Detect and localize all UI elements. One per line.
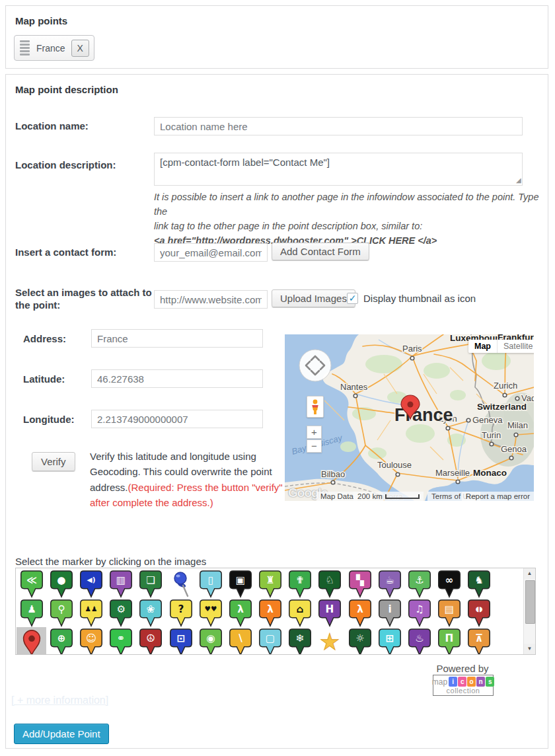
marker-teapot[interactable]: ♨: [404, 627, 434, 655]
map-type-map-button[interactable]: Map: [468, 340, 497, 353]
svg-text:◀): ◀): [87, 576, 96, 584]
marker-skater[interactable]: λ: [345, 598, 375, 627]
add-update-point-button[interactable]: Add/Update Point: [14, 724, 109, 744]
marker-pin[interactable]: ◉: [196, 627, 225, 655]
logo-letter-o: o: [467, 677, 476, 687]
marker-globe[interactable]: ⊕: [46, 627, 76, 655]
marker-home[interactable]: ⌂: [285, 598, 315, 627]
marker-grid-scrollbar[interactable]: ▲ ▼: [523, 568, 535, 654]
logo-letter-c: c: [458, 677, 466, 687]
verify-button[interactable]: Verify: [32, 452, 75, 471]
marker-beer[interactable]: ▥: [106, 569, 136, 598]
drag-handle-icon[interactable]: [19, 39, 30, 57]
marker-peace[interactable]: ☮: [136, 627, 166, 655]
marker-picture[interactable]: ❏: [136, 569, 166, 598]
contact-email-input[interactable]: [154, 243, 268, 262]
marker-snowflake[interactable]: ❄: [285, 627, 315, 655]
marker-tractor[interactable]: ⚙: [106, 598, 136, 627]
marker-dog-walker[interactable]: ⚲: [46, 598, 76, 627]
upload-images-button[interactable]: Upload Images: [272, 289, 355, 307]
marker-hearts[interactable]: ♥♥: [196, 598, 225, 627]
location-name-input[interactable]: [154, 117, 523, 135]
logo-letter-s: s: [486, 677, 494, 687]
marker-cinema[interactable]: ▚: [345, 569, 375, 598]
marker-apple[interactable]: ●: [46, 569, 76, 598]
marker-sun[interactable]: ☼: [345, 627, 375, 655]
streetview-pegman-icon[interactable]: [307, 396, 324, 418]
marker-lips[interactable]: ◖◗: [464, 598, 494, 627]
map-icons-collection-logo[interactable]: map icons collection: [433, 675, 494, 696]
marker-star[interactable]: ★: [315, 627, 345, 655]
marker-library[interactable]: ▤: [435, 598, 464, 627]
google-map[interactable]: LuxembourgFrankfurtParisNantesZurichVadS…: [285, 334, 534, 501]
marker-speaker[interactable]: ◀): [76, 569, 106, 598]
address-label: Address:: [23, 333, 66, 346]
marker-university[interactable]: ⊼: [464, 627, 494, 655]
svg-text:◖◗: ◖◗: [476, 605, 483, 613]
marker-cruise[interactable]: ⚓: [404, 569, 434, 598]
marker-tram[interactable]: ▣: [225, 569, 255, 598]
svg-text:◉: ◉: [206, 632, 215, 644]
logo-letter-n: n: [476, 677, 485, 687]
marker-shopping-bag[interactable]: ▢: [256, 627, 285, 655]
marker-castle[interactable]: ♜: [256, 569, 285, 598]
svg-text:☼: ☼: [355, 632, 365, 644]
marker-info[interactable]: i: [375, 598, 404, 627]
marker-deer[interactable]: ♞: [464, 569, 494, 598]
marker-olympics[interactable]: ⚭: [106, 627, 136, 655]
marker-coffee[interactable]: ☕: [375, 569, 404, 598]
remove-point-button[interactable]: X: [71, 40, 89, 57]
svg-text:Turin: Turin: [482, 430, 501, 440]
attach-images-label: Select an images to attach to the point:: [15, 287, 153, 312]
marker-hospital[interactable]: H: [315, 598, 345, 627]
marker-slide[interactable]: ∖: [225, 627, 255, 655]
svg-text:⊞: ⊞: [385, 632, 394, 644]
svg-text:♘: ♘: [326, 574, 335, 586]
display-thumbnail-checkbox[interactable]: ✓: [347, 293, 358, 304]
svg-text:Genoa: Genoa: [501, 444, 527, 454]
marker-bird[interactable]: ≪: [17, 569, 46, 598]
marker-bicycle[interactable]: ∞: [435, 569, 464, 598]
marker-rooster[interactable]: ♘: [315, 569, 345, 598]
svg-text:λ: λ: [237, 603, 244, 615]
svg-text:●: ●: [57, 574, 65, 586]
marker-cart[interactable]: ⊞: [375, 627, 404, 655]
image-url-input[interactable]: [154, 290, 268, 309]
marker-grid: ≪ ● ◀) ▥ ❏ ▯ ▣ ♜ ✟ ♘ ▚ ☕ ⚓ ∞ ♞ ♟ ⚲: [15, 568, 536, 655]
marker-question[interactable]: ?: [166, 598, 196, 627]
scrollbar-thumb[interactable]: [525, 580, 535, 624]
add-contact-form-button[interactable]: Add Contact Form: [272, 243, 369, 260]
zoom-in-button[interactable]: +: [307, 426, 322, 439]
map-point-chip[interactable]: France X: [14, 35, 94, 61]
logo-letter-i: i: [449, 677, 457, 687]
longitude-input[interactable]: [91, 410, 263, 428]
marker-family[interactable]: ♟♟: [76, 598, 106, 627]
marker-camera[interactable]: ⊡: [166, 627, 196, 655]
marker-walker[interactable]: λ: [256, 598, 285, 627]
marker-pushpin[interactable]: [166, 569, 196, 598]
location-description-textarea[interactable]: [cpm-contact-form label="Contact Me"]: [154, 153, 523, 186]
marker-jazz[interactable]: ♫: [404, 598, 434, 627]
map-type-satellite-button[interactable]: Satellite: [497, 340, 534, 353]
address-input[interactable]: [91, 329, 263, 348]
latitude-input[interactable]: [91, 369, 263, 388]
marker-baby[interactable]: ☺: [76, 627, 106, 655]
svg-text:Toulouse: Toulouse: [377, 460, 412, 470]
scroll-down-arrow[interactable]: ▼: [524, 644, 535, 654]
marker-door[interactable]: ▯: [196, 569, 225, 598]
scroll-up-arrow[interactable]: ▲: [524, 568, 535, 579]
more-information-link[interactable]: [ + more information]: [11, 695, 108, 706]
marker-dog[interactable]: ♟: [17, 598, 46, 627]
zoom-out-button[interactable]: −: [307, 439, 322, 453]
svg-text:Nantes: Nantes: [340, 382, 368, 392]
marker-temple[interactable]: Π: [435, 627, 464, 655]
marker-hiker[interactable]: λ: [225, 598, 255, 627]
svg-text:⊼: ⊼: [475, 632, 483, 644]
marker-google-pin[interactable]: [17, 627, 46, 655]
svg-text:Bilbao: Bilbao: [321, 469, 345, 479]
marker-church[interactable]: ✟: [285, 569, 315, 598]
marker-flower[interactable]: ❀: [136, 598, 166, 627]
report-map-error-link[interactable]: Report a map error: [462, 492, 534, 501]
svg-text:✟: ✟: [296, 574, 305, 586]
svg-text:Paris: Paris: [402, 344, 422, 354]
